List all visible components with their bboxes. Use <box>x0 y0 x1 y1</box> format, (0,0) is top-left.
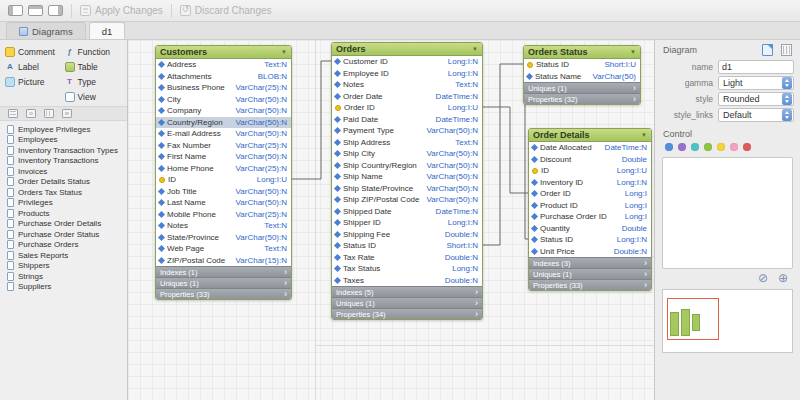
new-page-icon[interactable] <box>762 44 773 56</box>
table-section-properties-34[interactable]: Properties (34)› <box>332 308 482 319</box>
er-table-header[interactable]: Customers▼ <box>156 46 291 59</box>
field-row-country-region[interactable]: Country/RegionVarChar(50):N <box>156 117 291 129</box>
color-dot-1[interactable] <box>678 143 686 151</box>
palette-item-table[interactable]: Table <box>65 60 125 73</box>
relation-view-icon[interactable] <box>26 109 36 118</box>
field-row-city[interactable]: CityVarChar(50):N <box>156 94 291 106</box>
table-list-item-invoices[interactable]: Invoices <box>0 166 127 177</box>
table-section-properties-32[interactable]: Properties (32)› <box>524 93 640 104</box>
field-row-ship-name[interactable]: Ship NameVarChar(50):N <box>332 171 482 183</box>
palette-item-picture[interactable]: Picture <box>5 75 65 88</box>
field-row-fax-number[interactable]: Fax NumberVarChar(25):N <box>156 140 291 152</box>
field-row-purchase-order-id[interactable]: Purchase Order IDLong:I <box>529 211 651 223</box>
field-row-e-mail-address[interactable]: E-mail AddressVarChar(50):N <box>156 128 291 140</box>
toggle-right-panel-icon[interactable] <box>48 5 63 16</box>
palette-item-comment[interactable]: Comment <box>5 45 65 58</box>
palette-item-label[interactable]: ALabel <box>5 60 65 73</box>
style-select[interactable]: Rounded <box>718 92 794 106</box>
table-section-properties-33[interactable]: Properties (33)› <box>156 288 291 299</box>
gamma-select[interactable]: Light <box>718 76 794 90</box>
objects-view-icon[interactable] <box>62 109 72 118</box>
table-section-uniques-1[interactable]: Uniques (1)› <box>332 297 482 308</box>
field-row-unit-price[interactable]: Unit PriceDouble:N <box>529 246 651 258</box>
field-row-shipper-id[interactable]: Shipper IDLong:I:N <box>332 217 482 229</box>
er-table-orders-status[interactable]: Orders Status▼Status IDShort:I:UStatus N… <box>523 45 641 105</box>
field-row-ship-zip-postal-code[interactable]: Ship ZIP/Postal CodeVarChar(50):N <box>332 194 482 206</box>
er-table-header[interactable]: Order Details▼ <box>529 129 651 142</box>
table-list-item-inventory-transaction-types[interactable]: Inventory Transaction Types <box>0 145 127 156</box>
table-section-indexes-5[interactable]: Indexes (5)› <box>332 286 482 297</box>
table-list-item-order-details-status[interactable]: Order Details Status <box>0 177 127 188</box>
field-row-inventory-id[interactable]: Inventory IDLong:I:N <box>529 177 651 189</box>
filter-icon[interactable]: ▼ <box>281 49 287 55</box>
table-list-item-purchase-order-details[interactable]: Purchase Order Details <box>0 219 127 230</box>
minimap-viewport[interactable] <box>667 298 719 340</box>
field-row-quantity[interactable]: QuantityDouble <box>529 223 651 235</box>
grid-view-icon[interactable] <box>44 109 54 118</box>
tab-d1[interactable]: d1 <box>89 22 126 39</box>
field-row-order-date[interactable]: Order DateDateTime:N <box>332 91 482 103</box>
field-row-status-id[interactable]: Status IDShort:I:N <box>332 240 482 252</box>
field-row-product-id[interactable]: Product IDLong:I <box>529 200 651 212</box>
field-row-zip-postal-code[interactable]: ZIP/Postal CodeVarChar(15):N <box>156 255 291 267</box>
field-row-status-id[interactable]: Status IDShort:I:U <box>524 59 640 71</box>
field-row-last-name[interactable]: Last NameVarChar(50):N <box>156 197 291 209</box>
table-section-uniques-1[interactable]: Uniques (1)› <box>524 82 640 93</box>
color-dot-0[interactable] <box>665 143 673 151</box>
palette-item-type[interactable]: TType <box>65 75 125 88</box>
filter-icon[interactable]: ▼ <box>472 46 478 52</box>
table-list-item-shippers[interactable]: Shippers <box>0 261 127 272</box>
table-list-item-products[interactable]: Products <box>0 208 127 219</box>
field-row-shipping-fee[interactable]: Shipping FeeDouble:N <box>332 229 482 241</box>
field-row-attachments[interactable]: AttachmentsBLOB:N <box>156 71 291 83</box>
color-dot-4[interactable] <box>717 143 725 151</box>
color-dot-6[interactable] <box>743 143 751 151</box>
field-row-order-id[interactable]: Order IDLong:I:U <box>332 102 482 114</box>
apply-changes-button[interactable]: Apply Changes <box>80 5 163 16</box>
er-table-order-details[interactable]: Order Details▼Date AllocatedDateTime:NDi… <box>528 128 652 291</box>
table-section-indexes-3[interactable]: Indexes (3)› <box>529 257 651 268</box>
table-section-properties-33[interactable]: Properties (33)› <box>529 279 651 290</box>
field-row-mobile-phone[interactable]: Mobile PhoneVarChar(25):N <box>156 209 291 221</box>
table-list-item-employee-privileges[interactable]: Employee Privileges <box>0 124 127 135</box>
field-row-notes[interactable]: NotesText:N <box>332 79 482 91</box>
disable-icon[interactable]: ⊘ <box>758 271 768 285</box>
er-table-customers[interactable]: Customers▼AddressText:NAttachmentsBLOB:N… <box>155 45 292 300</box>
field-row-employee-id[interactable]: Employee IDLong:I:N <box>332 68 482 80</box>
field-row-status-id[interactable]: Status IDLong:I:N <box>529 234 651 246</box>
minimap[interactable] <box>662 289 793 353</box>
table-section-indexes-1[interactable]: Indexes (1)› <box>156 266 291 277</box>
table-section-uniques-1[interactable]: Uniques (1)› <box>156 277 291 288</box>
field-row-ship-city[interactable]: Ship CityVarChar(50):N <box>332 148 482 160</box>
table-list-item-privileges[interactable]: Privileges <box>0 198 127 209</box>
field-row-address[interactable]: AddressText:N <box>156 59 291 71</box>
field-row-paid-date[interactable]: Paid DateDateTime:N <box>332 114 482 126</box>
field-row-ship-address[interactable]: Ship AddressText:N <box>332 137 482 149</box>
control-list-box[interactable] <box>662 157 793 269</box>
diagram-canvas[interactable]: Customers▼AddressText:NAttachmentsBLOB:N… <box>128 40 654 400</box>
field-row-order-id[interactable]: Order IDLong:I <box>529 188 651 200</box>
table-list-item-sales-reports[interactable]: Sales Reports <box>0 250 127 261</box>
field-row-customer-id[interactable]: Customer IDLong:I:N <box>332 56 482 68</box>
field-row-company[interactable]: CompanyVarChar(50):N <box>156 105 291 117</box>
field-row-home-phone[interactable]: Home PhoneVarChar(25):N <box>156 163 291 175</box>
list-view-icon[interactable] <box>8 109 18 118</box>
table-list-item-purchase-order-status[interactable]: Purchase Order Status <box>0 229 127 240</box>
toggle-toolbar-icon[interactable] <box>28 5 43 16</box>
layout-grid-icon[interactable] <box>781 44 792 56</box>
table-list-item-strings[interactable]: Strings <box>0 271 127 282</box>
table-list-item-inventory-transactions[interactable]: Inventory Transactions <box>0 156 127 167</box>
table-list-item-orders-tax-status[interactable]: Orders Tax Status <box>0 187 127 198</box>
field-row-web-page[interactable]: Web PageText:N <box>156 243 291 255</box>
discard-changes-button[interactable]: Discard Changes <box>180 5 272 16</box>
field-row-notes[interactable]: NotesText:N <box>156 220 291 232</box>
field-row-taxes[interactable]: TaxesDouble:N <box>332 275 482 287</box>
tab-diagrams[interactable]: Diagrams <box>6 22 86 39</box>
color-dot-3[interactable] <box>704 143 712 151</box>
er-table-header[interactable]: Orders▼ <box>332 43 482 56</box>
field-row-status-name[interactable]: Status NameVarChar(50) <box>524 71 640 83</box>
field-row-business-phone[interactable]: Business PhoneVarChar(25):N <box>156 82 291 94</box>
er-table-header[interactable]: Orders Status▼ <box>524 46 640 59</box>
table-list-item-employees[interactable]: Employees <box>0 135 127 146</box>
field-row-tax-status[interactable]: Tax StatusLong:N <box>332 263 482 275</box>
